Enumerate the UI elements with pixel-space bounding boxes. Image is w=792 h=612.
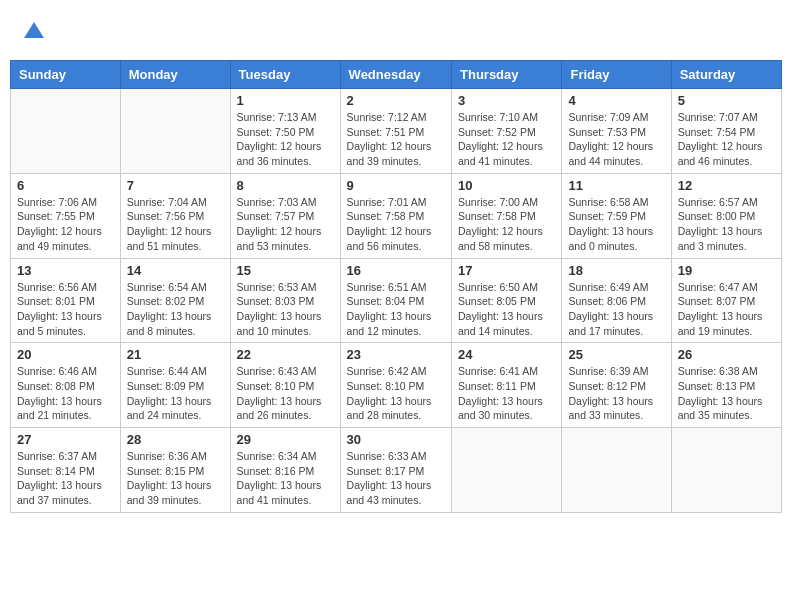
day-number: 19 <box>678 263 775 278</box>
calendar-cell: 10Sunrise: 7:00 AM Sunset: 7:58 PM Dayli… <box>452 173 562 258</box>
day-number: 28 <box>127 432 224 447</box>
day-info: Sunrise: 6:54 AM Sunset: 8:02 PM Dayligh… <box>127 280 224 339</box>
day-number: 25 <box>568 347 664 362</box>
calendar-cell: 22Sunrise: 6:43 AM Sunset: 8:10 PM Dayli… <box>230 343 340 428</box>
calendar-cell <box>452 428 562 513</box>
calendar-cell: 23Sunrise: 6:42 AM Sunset: 8:10 PM Dayli… <box>340 343 451 428</box>
calendar-cell: 25Sunrise: 6:39 AM Sunset: 8:12 PM Dayli… <box>562 343 671 428</box>
day-info: Sunrise: 7:09 AM Sunset: 7:53 PM Dayligh… <box>568 110 664 169</box>
day-number: 11 <box>568 178 664 193</box>
day-info: Sunrise: 6:51 AM Sunset: 8:04 PM Dayligh… <box>347 280 445 339</box>
calendar-cell: 21Sunrise: 6:44 AM Sunset: 8:09 PM Dayli… <box>120 343 230 428</box>
calendar-cell <box>562 428 671 513</box>
day-info: Sunrise: 7:13 AM Sunset: 7:50 PM Dayligh… <box>237 110 334 169</box>
calendar-cell: 15Sunrise: 6:53 AM Sunset: 8:03 PM Dayli… <box>230 258 340 343</box>
day-number: 2 <box>347 93 445 108</box>
calendar-cell: 6Sunrise: 7:06 AM Sunset: 7:55 PM Daylig… <box>11 173 121 258</box>
day-number: 18 <box>568 263 664 278</box>
calendar-cell: 3Sunrise: 7:10 AM Sunset: 7:52 PM Daylig… <box>452 89 562 174</box>
day-info: Sunrise: 6:42 AM Sunset: 8:10 PM Dayligh… <box>347 364 445 423</box>
page-header <box>10 10 782 55</box>
day-info: Sunrise: 6:39 AM Sunset: 8:12 PM Dayligh… <box>568 364 664 423</box>
calendar-cell: 2Sunrise: 7:12 AM Sunset: 7:51 PM Daylig… <box>340 89 451 174</box>
day-info: Sunrise: 6:47 AM Sunset: 8:07 PM Dayligh… <box>678 280 775 339</box>
day-info: Sunrise: 6:41 AM Sunset: 8:11 PM Dayligh… <box>458 364 555 423</box>
day-info: Sunrise: 6:34 AM Sunset: 8:16 PM Dayligh… <box>237 449 334 508</box>
calendar-week-row: 6Sunrise: 7:06 AM Sunset: 7:55 PM Daylig… <box>11 173 782 258</box>
calendar-cell: 13Sunrise: 6:56 AM Sunset: 8:01 PM Dayli… <box>11 258 121 343</box>
day-number: 27 <box>17 432 114 447</box>
day-number: 6 <box>17 178 114 193</box>
day-info: Sunrise: 6:38 AM Sunset: 8:13 PM Dayligh… <box>678 364 775 423</box>
day-number: 20 <box>17 347 114 362</box>
day-info: Sunrise: 7:06 AM Sunset: 7:55 PM Dayligh… <box>17 195 114 254</box>
logo <box>20 20 46 50</box>
day-info: Sunrise: 6:56 AM Sunset: 8:01 PM Dayligh… <box>17 280 114 339</box>
day-info: Sunrise: 6:57 AM Sunset: 8:00 PM Dayligh… <box>678 195 775 254</box>
day-number: 12 <box>678 178 775 193</box>
calendar-body: 1Sunrise: 7:13 AM Sunset: 7:50 PM Daylig… <box>11 89 782 513</box>
calendar-cell: 17Sunrise: 6:50 AM Sunset: 8:05 PM Dayli… <box>452 258 562 343</box>
calendar-cell: 1Sunrise: 7:13 AM Sunset: 7:50 PM Daylig… <box>230 89 340 174</box>
day-info: Sunrise: 7:03 AM Sunset: 7:57 PM Dayligh… <box>237 195 334 254</box>
day-info: Sunrise: 6:44 AM Sunset: 8:09 PM Dayligh… <box>127 364 224 423</box>
day-number: 29 <box>237 432 334 447</box>
day-number: 17 <box>458 263 555 278</box>
day-number: 15 <box>237 263 334 278</box>
calendar-cell: 24Sunrise: 6:41 AM Sunset: 8:11 PM Dayli… <box>452 343 562 428</box>
day-number: 16 <box>347 263 445 278</box>
calendar-cell: 7Sunrise: 7:04 AM Sunset: 7:56 PM Daylig… <box>120 173 230 258</box>
day-number: 5 <box>678 93 775 108</box>
day-number: 13 <box>17 263 114 278</box>
day-number: 1 <box>237 93 334 108</box>
calendar-cell: 19Sunrise: 6:47 AM Sunset: 8:07 PM Dayli… <box>671 258 781 343</box>
weekday-header-cell: Sunday <box>11 61 121 89</box>
weekday-header-cell: Monday <box>120 61 230 89</box>
calendar-cell: 26Sunrise: 6:38 AM Sunset: 8:13 PM Dayli… <box>671 343 781 428</box>
day-number: 23 <box>347 347 445 362</box>
calendar-cell <box>11 89 121 174</box>
day-number: 4 <box>568 93 664 108</box>
calendar-week-row: 20Sunrise: 6:46 AM Sunset: 8:08 PM Dayli… <box>11 343 782 428</box>
calendar-cell: 5Sunrise: 7:07 AM Sunset: 7:54 PM Daylig… <box>671 89 781 174</box>
calendar-cell: 11Sunrise: 6:58 AM Sunset: 7:59 PM Dayli… <box>562 173 671 258</box>
calendar-cell <box>671 428 781 513</box>
logo-icon <box>22 20 46 44</box>
svg-marker-0 <box>24 22 44 38</box>
day-info: Sunrise: 7:10 AM Sunset: 7:52 PM Dayligh… <box>458 110 555 169</box>
calendar-week-row: 13Sunrise: 6:56 AM Sunset: 8:01 PM Dayli… <box>11 258 782 343</box>
day-info: Sunrise: 6:33 AM Sunset: 8:17 PM Dayligh… <box>347 449 445 508</box>
calendar-week-row: 1Sunrise: 7:13 AM Sunset: 7:50 PM Daylig… <box>11 89 782 174</box>
day-number: 21 <box>127 347 224 362</box>
calendar-cell: 29Sunrise: 6:34 AM Sunset: 8:16 PM Dayli… <box>230 428 340 513</box>
day-number: 24 <box>458 347 555 362</box>
day-info: Sunrise: 6:46 AM Sunset: 8:08 PM Dayligh… <box>17 364 114 423</box>
day-info: Sunrise: 6:36 AM Sunset: 8:15 PM Dayligh… <box>127 449 224 508</box>
calendar-cell: 27Sunrise: 6:37 AM Sunset: 8:14 PM Dayli… <box>11 428 121 513</box>
calendar-week-row: 27Sunrise: 6:37 AM Sunset: 8:14 PM Dayli… <box>11 428 782 513</box>
calendar-cell: 8Sunrise: 7:03 AM Sunset: 7:57 PM Daylig… <box>230 173 340 258</box>
day-info: Sunrise: 6:43 AM Sunset: 8:10 PM Dayligh… <box>237 364 334 423</box>
day-number: 14 <box>127 263 224 278</box>
day-number: 8 <box>237 178 334 193</box>
calendar-cell: 20Sunrise: 6:46 AM Sunset: 8:08 PM Dayli… <box>11 343 121 428</box>
calendar-cell: 14Sunrise: 6:54 AM Sunset: 8:02 PM Dayli… <box>120 258 230 343</box>
calendar-cell: 30Sunrise: 6:33 AM Sunset: 8:17 PM Dayli… <box>340 428 451 513</box>
calendar-cell: 12Sunrise: 6:57 AM Sunset: 8:00 PM Dayli… <box>671 173 781 258</box>
weekday-header-row: SundayMondayTuesdayWednesdayThursdayFrid… <box>11 61 782 89</box>
day-info: Sunrise: 6:58 AM Sunset: 7:59 PM Dayligh… <box>568 195 664 254</box>
calendar-cell: 18Sunrise: 6:49 AM Sunset: 8:06 PM Dayli… <box>562 258 671 343</box>
day-number: 26 <box>678 347 775 362</box>
weekday-header-cell: Tuesday <box>230 61 340 89</box>
day-info: Sunrise: 7:01 AM Sunset: 7:58 PM Dayligh… <box>347 195 445 254</box>
day-number: 30 <box>347 432 445 447</box>
day-info: Sunrise: 7:00 AM Sunset: 7:58 PM Dayligh… <box>458 195 555 254</box>
calendar-cell: 9Sunrise: 7:01 AM Sunset: 7:58 PM Daylig… <box>340 173 451 258</box>
weekday-header-cell: Wednesday <box>340 61 451 89</box>
calendar-cell: 16Sunrise: 6:51 AM Sunset: 8:04 PM Dayli… <box>340 258 451 343</box>
day-info: Sunrise: 7:12 AM Sunset: 7:51 PM Dayligh… <box>347 110 445 169</box>
day-info: Sunrise: 6:53 AM Sunset: 8:03 PM Dayligh… <box>237 280 334 339</box>
day-number: 10 <box>458 178 555 193</box>
weekday-header-cell: Saturday <box>671 61 781 89</box>
day-info: Sunrise: 6:37 AM Sunset: 8:14 PM Dayligh… <box>17 449 114 508</box>
